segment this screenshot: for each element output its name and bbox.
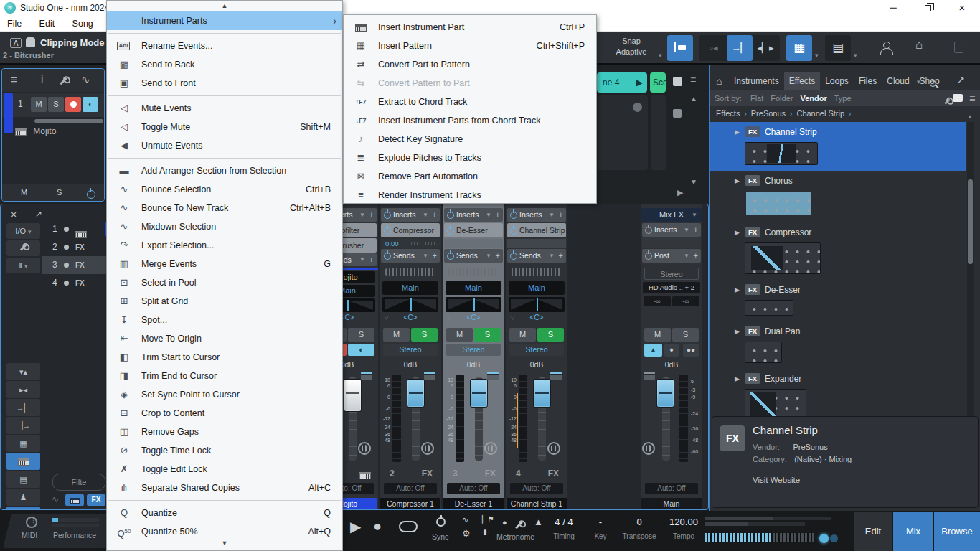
power-icon[interactable] xyxy=(645,253,652,260)
submenu-item-render-instrument-tracks[interactable]: ≡Render Instrument Tracks xyxy=(344,186,596,204)
mixer-channel-de-esser-1[interactable]: Inserts▼+ De-EsserSends▼+Main<C>▽MSStere… xyxy=(443,204,504,510)
scene-stop-icon[interactable] xyxy=(673,77,682,86)
monitor-cell[interactable]: ◐ xyxy=(348,344,374,356)
dim-icon[interactable]: ●● xyxy=(683,344,699,357)
context-menu-item-trim-end-to-cursor[interactable]: ◨Trim End to Cursor xyxy=(107,367,342,385)
gain-right[interactable]: -∞ xyxy=(672,296,699,306)
output-button[interactable]: Main xyxy=(446,281,501,295)
insert-slot-de-esser[interactable]: De-Esser xyxy=(444,223,503,237)
tab-loops[interactable]: Loops xyxy=(820,72,854,90)
effect-item-de-esser[interactable]: ▶FXDe-Esser xyxy=(710,280,966,321)
fader-cap[interactable] xyxy=(470,379,488,408)
sends-header[interactable]: Sends▼+ xyxy=(507,249,566,263)
bank-align-right-icon[interactable]: ▕→ xyxy=(6,417,40,434)
pan-control[interactable] xyxy=(509,297,565,312)
breadcrumb-presonus[interactable]: PreSonus xyxy=(751,109,786,118)
channel-list-row-2[interactable]: 2FX xyxy=(42,238,107,256)
channel-record-dot-icon[interactable] xyxy=(64,281,69,286)
context-menu-item-select-in-pool[interactable]: ⊡Select in Pool xyxy=(107,273,342,292)
fader-cap[interactable] xyxy=(533,379,551,408)
caret-down-icon[interactable]: ▼ xyxy=(549,249,555,263)
pan-control[interactable] xyxy=(446,297,501,312)
inserts-header[interactable]: Inserts▼+ xyxy=(642,223,701,237)
add-icon[interactable]: + xyxy=(433,249,437,263)
tab-files[interactable]: Files xyxy=(854,72,882,90)
submenu-item-convert-pattern-to-part[interactable]: ⇆Convert Pattern to Part xyxy=(344,74,596,93)
channel-record-dot-icon[interactable] xyxy=(64,263,69,268)
mixer-view-button[interactable]: ‖ ▾ xyxy=(6,258,40,273)
effect-item-dual-pan[interactable]: ▶FXDual Pan xyxy=(710,321,966,369)
mini-fader-icon[interactable] xyxy=(424,372,435,380)
mini-fader-icon[interactable] xyxy=(550,372,562,380)
track-row-mojito[interactable]: 1 M S ◐ xyxy=(2,93,104,117)
caret-down-icon[interactable]: ▼ xyxy=(684,249,689,263)
fader-cap[interactable] xyxy=(344,379,362,412)
channel-name[interactable]: Channel Strip 1 xyxy=(507,498,567,509)
caret-down-icon[interactable]: ▼ xyxy=(359,208,365,222)
add-icon[interactable]: + xyxy=(369,253,374,266)
field-timing-value[interactable]: 4 / 4 xyxy=(544,517,584,527)
context-menu-item-send-to-front[interactable]: ▣Send to Front xyxy=(107,74,342,93)
sends-header[interactable]: Sends▼+ xyxy=(381,249,440,263)
scroll-up-icon[interactable]: ▲ xyxy=(967,113,973,120)
autoscroll-icon[interactable]: →▏ xyxy=(727,35,753,61)
power-icon[interactable] xyxy=(447,253,454,260)
browser-home-icon[interactable]: ⌂ xyxy=(716,75,722,87)
metronome-dot-icon[interactable]: ● xyxy=(502,518,507,527)
context-menu-item-quantize[interactable]: QQuantizeQ xyxy=(107,504,342,522)
power-icon[interactable] xyxy=(447,212,454,219)
field-transpose-value[interactable]: 0 xyxy=(616,517,663,527)
insert-slot-channel-strip[interactable]: Channel Strip xyxy=(507,223,566,237)
edit-view-button[interactable]: Edit xyxy=(854,512,892,551)
mini-fader-icon[interactable] xyxy=(361,372,372,380)
output-device[interactable]: HD Audio .. + 2 xyxy=(643,282,700,293)
launcher-scroll-down-icon[interactable]: ▼ xyxy=(690,178,697,186)
list-view-icon[interactable]: ≣ xyxy=(969,90,976,106)
inserts-header[interactable]: Inserts▼+ xyxy=(507,208,566,222)
context-menu-item-separate-shared-copies[interactable]: ⋔Separate Shared CopiesAlt+C xyxy=(107,479,342,497)
mixer-close-icon[interactable]: × xyxy=(11,209,17,220)
gain-left[interactable]: -∞ xyxy=(644,296,671,306)
mono-icon[interactable] xyxy=(421,442,434,455)
track-solo-button[interactable]: S xyxy=(48,97,64,112)
submenu-item-insert-instrument-part[interactable]: Insert Instrument PartCtrl+P xyxy=(344,18,596,37)
context-menu-item-toggle-mute[interactable]: ◁Toggle MuteShift+M xyxy=(107,118,342,136)
bank-instruments-icon[interactable] xyxy=(6,453,40,470)
precount-icon[interactable]: ·▮· xyxy=(481,528,489,536)
submenu-item-extract-to-chord-track[interactable]: ↑F7Extract to Chord Track xyxy=(344,93,596,111)
channel-list-row-4[interactable]: 4FX xyxy=(42,274,107,292)
context-menu-item-instrument-parts[interactable]: Instrument Parts› xyxy=(107,11,342,30)
output-button[interactable]: Main xyxy=(509,281,565,295)
inserts-header[interactable]: Inserts▼+ xyxy=(444,208,503,222)
timestretch-icon[interactable]: ▫◂ xyxy=(701,35,727,61)
automation-mode-button[interactable]: Auto: Off xyxy=(447,483,500,494)
play-button[interactable]: ▶ xyxy=(350,518,361,535)
menu-edit[interactable]: Edit xyxy=(32,16,62,32)
browser-search-icon[interactable] xyxy=(930,77,936,90)
post-header[interactable]: Post▼+ xyxy=(642,249,701,263)
context-menu-item-bounce-selection[interactable]: ∿Bounce SelectionCtrl+B xyxy=(107,180,342,199)
launcher-play-icon[interactable]: ▶ xyxy=(677,188,683,197)
output-button[interactable]: Main xyxy=(382,281,438,295)
mute-button[interactable]: M xyxy=(383,328,410,342)
snap-toggle-button[interactable] xyxy=(667,35,693,61)
document-icon[interactable] xyxy=(954,42,963,53)
user-account-icon[interactable] xyxy=(880,42,892,55)
breadcrumb-channel-strip[interactable]: Channel Strip xyxy=(796,109,844,118)
solo-button[interactable]: S xyxy=(672,328,699,342)
track-list-icon[interactable]: ≡ xyxy=(11,73,17,85)
caret-down-icon[interactable]: ▼ xyxy=(692,208,697,222)
insert-value[interactable]: 0.00 xyxy=(381,239,440,248)
sort-option-type[interactable]: Type xyxy=(834,94,852,103)
caret-down-icon[interactable]: ▼ xyxy=(423,208,428,222)
power-icon[interactable] xyxy=(384,253,391,260)
bank-collapse-vertical-icon[interactable]: ▾▴ xyxy=(6,363,40,380)
expand-arrow-icon[interactable]: ▶ xyxy=(735,174,740,188)
inspector-icon[interactable]: i xyxy=(41,73,43,85)
expand-arrow-icon[interactable]: ▶ xyxy=(735,324,740,339)
add-icon[interactable]: + xyxy=(694,249,698,263)
context-menu-item-toggle-edit-lock[interactable]: ✗Toggle Edit Lock xyxy=(107,460,342,479)
submenu-item-insert-instrument-parts-from-chord-track[interactable]: ↓F7Insert Instrument Parts from Chord Tr… xyxy=(344,111,596,130)
footer-power-button[interactable] xyxy=(87,187,95,200)
context-menu-item-toggle-time-lock[interactable]: ⊘Toggle Time Lock xyxy=(107,441,342,460)
